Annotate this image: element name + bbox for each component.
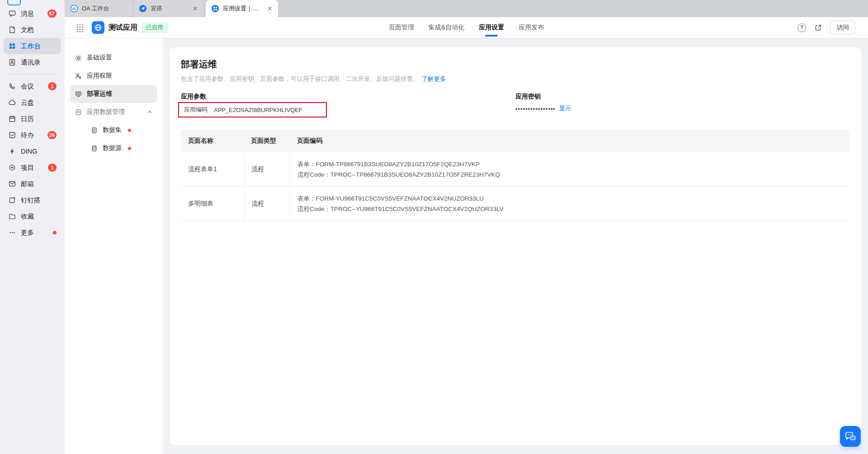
cell-page-name: 流程表单1 bbox=[181, 152, 245, 186]
sidebar-item-contacts[interactable]: 通讯录 bbox=[4, 54, 61, 70]
page-code-lines: 表单：FORM-TP866791B3SUEO8AZY2B10Z17O5F2QE2… bbox=[297, 159, 500, 179]
sidebar-item-favorites[interactable]: 收藏 bbox=[4, 208, 61, 225]
sidebar-item-todo[interactable]: 待办 26 bbox=[4, 127, 61, 143]
app-settings-tab-icon bbox=[211, 5, 219, 13]
chevron-up-icon[interactable] bbox=[146, 109, 153, 115]
sidebar-item-label: 工作台 bbox=[21, 42, 41, 51]
table-row: 流程表单1 流程 表单：FORM-TP866791B3SUEO8AZY2B10Z… bbox=[181, 152, 850, 187]
show-secret-link[interactable]: 显示 bbox=[559, 104, 571, 112]
sidebar-item-calendar[interactable]: 日历 bbox=[4, 111, 61, 127]
notification-badge: 26 bbox=[47, 131, 57, 139]
sidebar-item-messages[interactable]: 消息 57 bbox=[4, 5, 61, 22]
mail-icon bbox=[8, 180, 16, 188]
page-code-lines: 表单：FORM-YU966T91C5C0VS5VEFZNAATOCX4V2NUZ… bbox=[297, 194, 503, 214]
sidebar-item-ding[interactable]: DING bbox=[4, 143, 61, 159]
data-doc-icon bbox=[75, 108, 82, 116]
sidebar-divider bbox=[6, 74, 58, 75]
sidebar-item-drive[interactable]: 云盘 bbox=[4, 94, 61, 111]
sidebar-item-label: 云盘 bbox=[21, 98, 34, 107]
tab-label: 宜搭 bbox=[151, 5, 189, 13]
col-header-page-code: 页面编码 bbox=[290, 130, 850, 152]
tab-label: 应用设置｜测试... bbox=[223, 5, 264, 13]
app-secret-title: 应用密钥 bbox=[515, 93, 541, 101]
nav-page-management[interactable]: 页面管理 bbox=[389, 23, 414, 32]
menu-datasource[interactable]: 数据源 bbox=[70, 139, 157, 157]
avatar[interactable] bbox=[7, 0, 21, 5]
close-icon[interactable] bbox=[267, 6, 273, 11]
sidebar-item-label: 收藏 bbox=[21, 212, 34, 221]
app-sidebar: 消息 57 文档 工作台 通讯录 会议 1 云盘 日历 bbox=[0, 0, 65, 454]
sidebar-item-docs[interactable]: 文档 bbox=[4, 22, 61, 38]
page-description: 包含了应用参数、应用密钥、页面参数，可以用于接口调用、二次开发、反馈问题排查。了… bbox=[181, 75, 446, 83]
red-dot-badge bbox=[128, 147, 131, 150]
notification-badge: 1 bbox=[48, 164, 57, 172]
workbench-grid-icon bbox=[8, 42, 16, 50]
menu-app-data-management[interactable]: 应用数据管理 bbox=[70, 103, 157, 121]
pages-table: 页面名称 页面类型 页面编码 流程表单1 流程 表单：FORM-TP866791… bbox=[181, 130, 850, 221]
deploy-ops-icon bbox=[75, 90, 82, 98]
learn-more-link[interactable]: 了解更多 bbox=[422, 75, 446, 82]
tab-oa-workbench[interactable]: OA 工作台 bbox=[65, 0, 133, 17]
folder-icon bbox=[8, 212, 16, 220]
menu-deploy-ops[interactable]: 部署运维 bbox=[70, 85, 157, 103]
sidebar-item-project[interactable]: 项目 1 bbox=[4, 159, 61, 176]
close-icon[interactable] bbox=[193, 6, 198, 11]
nav-app-publish[interactable]: 应用发布 bbox=[519, 23, 544, 32]
menu-label: 应用权限 bbox=[87, 72, 112, 80]
app-code-label: 应用编码 bbox=[184, 106, 208, 114]
sidebar-item-label: 消息 bbox=[21, 9, 34, 18]
sidebar-item-label: 邮箱 bbox=[21, 180, 34, 188]
form-code: 表单：FORM-YU966T91C5C0VS5VEFZNAATOCX4V2NUZ… bbox=[297, 194, 503, 203]
lightning-icon bbox=[8, 147, 16, 155]
visit-button[interactable]: 访问 bbox=[830, 21, 855, 34]
page-title: 部署运维 bbox=[181, 58, 217, 70]
assistant-chat-button[interactable] bbox=[840, 426, 861, 447]
menu-dataset[interactable]: 数据集 bbox=[70, 121, 157, 139]
cell-page-code: 表单：FORM-TP866791B3SUEO8AZY2B10Z17O5F2QE2… bbox=[290, 152, 850, 186]
oa-workbench-tab-icon bbox=[70, 5, 78, 13]
app-code-value: APP_E2OSAZI8BURPKHLIVQEF bbox=[214, 107, 302, 113]
process-code: 流程Code：TPROC--YU966T91C5C0VS5VEFZNAATOCX… bbox=[297, 204, 503, 214]
calendar-icon bbox=[8, 115, 16, 123]
nav-integration-automation[interactable]: 集成&自动化 bbox=[429, 23, 464, 32]
todo-check-icon bbox=[8, 131, 16, 139]
sidebar-item-mail[interactable]: 邮箱 bbox=[4, 176, 61, 192]
gear-icon bbox=[75, 54, 82, 62]
menu-label: 应用数据管理 bbox=[87, 108, 125, 116]
sidebar-item-dingding-build[interactable]: 钉钉搭 bbox=[4, 192, 61, 208]
table-header-row: 页面名称 页面类型 页面编码 bbox=[181, 130, 850, 152]
description-text: 包含了应用参数、应用密钥、页面参数，可以用于接口调用、二次开发、反馈问题排查。 bbox=[181, 75, 419, 82]
sidebar-item-label: 更多 bbox=[21, 229, 34, 237]
sidebar-item-label: 日历 bbox=[21, 115, 34, 123]
menu-app-permissions[interactable]: 应用权限 bbox=[70, 67, 157, 85]
app-header: 测试应用 已启用 页面管理 集成&自动化 应用设置 应用发布 ? 访问 bbox=[65, 17, 868, 38]
user-permission-icon bbox=[75, 72, 82, 80]
tab-yida[interactable]: 宜搭 bbox=[133, 0, 203, 17]
cloud-icon bbox=[8, 98, 16, 107]
help-icon[interactable]: ? bbox=[797, 23, 806, 32]
app-nav: 页面管理 集成&自动化 应用设置 应用发布 bbox=[65, 17, 868, 38]
open-external-icon[interactable] bbox=[814, 23, 822, 32]
chat-assistant-icon bbox=[844, 431, 857, 442]
cell-page-code: 表单：FORM-YU966T91C5C0VS5VEFZNAATOCX4V2NUZ… bbox=[290, 187, 850, 220]
sidebar-item-workbench[interactable]: 工作台 bbox=[4, 38, 61, 54]
sidebar-item-label: 通讯录 bbox=[21, 58, 41, 67]
cell-page-type: 流程 bbox=[245, 187, 290, 220]
notification-badge: 57 bbox=[47, 9, 57, 18]
menu-label: 数据集 bbox=[103, 126, 122, 134]
sidebar-item-meeting[interactable]: 会议 1 bbox=[4, 78, 61, 94]
menu-basic-settings[interactable]: 基础设置 bbox=[70, 49, 157, 67]
tab-app-settings[interactable]: 应用设置｜测试... bbox=[206, 0, 278, 17]
nav-app-settings[interactable]: 应用设置 bbox=[479, 23, 504, 32]
project-box-icon bbox=[8, 164, 16, 172]
yida-build-icon bbox=[8, 196, 16, 204]
form-code: 表单：FORM-TP866791B3SUEO8AZY2B10Z17O5F2QE2… bbox=[297, 159, 500, 169]
table-row: 多明细表 流程 表单：FORM-YU966T91C5C0VS5VEFZNAATO… bbox=[181, 187, 850, 221]
document-icon bbox=[8, 26, 16, 34]
sidebar-item-more[interactable]: 更多 bbox=[4, 225, 61, 241]
menu-label: 部署运维 bbox=[87, 90, 112, 98]
database-icon bbox=[90, 145, 98, 152]
content-region: 部署运维 包含了应用参数、应用密钥、页面参数，可以用于接口调用、二次开发、反馈问… bbox=[163, 38, 868, 454]
red-dot-badge bbox=[128, 129, 131, 132]
chat-icon bbox=[8, 9, 16, 18]
